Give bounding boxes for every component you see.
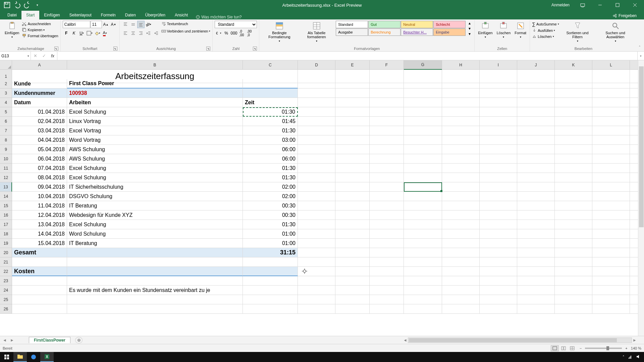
font-launcher[interactable]: ⬊: [113, 47, 117, 51]
cell-A5[interactable]: 01.04.2018: [12, 107, 67, 117]
cell-G7[interactable]: [404, 126, 442, 135]
style-eingabe[interactable]: Eingabe: [433, 28, 466, 36]
col-header-D[interactable]: D: [298, 60, 335, 70]
cell-A8[interactable]: 04.04.2018: [12, 135, 67, 145]
cell-I22[interactable]: [480, 267, 517, 276]
row-header-17[interactable]: 17: [0, 220, 12, 229]
underline-icon[interactable]: U▾: [78, 29, 86, 37]
cell-L9[interactable]: [592, 145, 630, 154]
cell-H6[interactable]: [442, 117, 480, 126]
cell-C17[interactable]: 01:30: [243, 220, 298, 229]
cell-E13[interactable]: [335, 182, 370, 192]
cell-F17[interactable]: [370, 220, 404, 229]
cell-B17[interactable]: Excel Schulung: [67, 220, 243, 229]
col-header-H[interactable]: H: [442, 60, 480, 70]
cell-F5[interactable]: [370, 107, 404, 117]
percent-icon[interactable]: %: [222, 29, 230, 37]
row-header-9[interactable]: 9: [0, 145, 12, 154]
col-header-C[interactable]: C: [243, 60, 298, 70]
row-header-5[interactable]: 5: [0, 107, 12, 117]
cell-B26[interactable]: [67, 304, 243, 314]
col-header-G[interactable]: G: [404, 60, 442, 70]
cell-J5[interactable]: [517, 107, 555, 117]
cancel-formula-icon[interactable]: ✕: [31, 53, 40, 58]
cell-I25[interactable]: [480, 295, 517, 304]
autosum-button[interactable]: ∑AutoSumme ▾: [532, 21, 559, 27]
cell-A26[interactable]: [12, 304, 67, 314]
clipboard-launcher[interactable]: ⬊: [54, 47, 58, 51]
cell-J7[interactable]: [517, 126, 555, 135]
cell-B7[interactable]: Excel Vortrag: [67, 126, 243, 135]
style-ausgabe[interactable]: Ausgabe: [336, 28, 368, 36]
cell-H17[interactable]: [442, 220, 480, 229]
cell-H16[interactable]: [442, 210, 480, 220]
cell-H15[interactable]: [442, 201, 480, 210]
cell-J4[interactable]: [517, 98, 555, 107]
redo-icon[interactable]: [23, 1, 31, 9]
align-left-icon[interactable]: [122, 29, 129, 37]
cell-L24[interactable]: [592, 286, 630, 295]
cell-D3[interactable]: [298, 88, 335, 98]
zoom-slider[interactable]: [585, 348, 622, 349]
zoom-level[interactable]: 140 %: [631, 346, 641, 350]
cell-G5[interactable]: [404, 107, 442, 117]
cell-F23[interactable]: [370, 276, 404, 286]
cell-C22[interactable]: [243, 267, 298, 276]
cell-D9[interactable]: [298, 145, 335, 154]
qat-customize-icon[interactable]: ▾: [34, 1, 41, 9]
cell-G18[interactable]: [404, 229, 442, 239]
cell-I6[interactable]: [480, 117, 517, 126]
tray-chevron-icon[interactable]: ˄: [623, 355, 625, 359]
cell-A18[interactable]: 14.04.2018: [12, 229, 67, 239]
cell-F20[interactable]: [370, 248, 404, 257]
row-header-15[interactable]: 15: [0, 201, 12, 210]
cell-H9[interactable]: [442, 145, 480, 154]
tab-view[interactable]: Ansicht: [170, 11, 193, 19]
sign-in-link[interactable]: Anmelden: [551, 3, 570, 7]
cell-C5[interactable]: 01:30: [243, 107, 298, 117]
cell-E26[interactable]: [335, 304, 370, 314]
cell-D21[interactable]: [298, 257, 335, 267]
cell-H19[interactable]: [442, 239, 480, 248]
cell-D24[interactable]: [298, 286, 335, 295]
increase-decimal-icon[interactable]: ,0,00: [238, 29, 245, 37]
cell-G6[interactable]: [404, 117, 442, 126]
cell-H13[interactable]: [442, 182, 480, 192]
cell-B12[interactable]: Excel Schulung: [67, 173, 243, 182]
cell-L4[interactable]: [592, 98, 630, 107]
cell-C23[interactable]: [243, 276, 298, 286]
cell-A2[interactable]: Kunde: [12, 79, 67, 88]
cell-J25[interactable]: [517, 295, 555, 304]
share-button[interactable]: Freigeben: [609, 12, 640, 19]
cell-C11[interactable]: 01:30: [243, 164, 298, 173]
cell-J24[interactable]: [517, 286, 555, 295]
cell-A24[interactable]: [12, 286, 67, 295]
style-gut[interactable]: Gut: [368, 21, 400, 28]
cell-G21[interactable]: [404, 257, 442, 267]
cell-J11[interactable]: [517, 164, 555, 173]
cell-E5[interactable]: [335, 107, 370, 117]
styles-down-icon[interactable]: ▾: [467, 26, 472, 31]
paste-button[interactable]: Einfügen ▾: [3, 21, 20, 39]
cell-B6[interactable]: Linux Vortrag: [67, 117, 243, 126]
cell-E22[interactable]: [335, 267, 370, 276]
cell-J12[interactable]: [517, 173, 555, 182]
cell-I7[interactable]: [480, 126, 517, 135]
cell-B8[interactable]: Word Vortrag: [67, 135, 243, 145]
cell-E10[interactable]: [335, 154, 370, 164]
cell-F18[interactable]: [370, 229, 404, 239]
row-header-24[interactable]: 24: [0, 286, 12, 295]
cell-K17[interactable]: [555, 220, 592, 229]
cell-J6[interactable]: [517, 117, 555, 126]
cell-H23[interactable]: [442, 276, 480, 286]
cell-H26[interactable]: [442, 304, 480, 314]
cell-D25[interactable]: [298, 295, 335, 304]
cell-L22[interactable]: [592, 267, 630, 276]
cell-F15[interactable]: [370, 201, 404, 210]
style-besuchter[interactable]: Besuchter H...: [401, 28, 433, 36]
cell-F2[interactable]: [370, 79, 404, 88]
cell-F22[interactable]: [370, 267, 404, 276]
cell-A9[interactable]: 05.04.2018: [12, 145, 67, 154]
cell-C24[interactable]: [243, 286, 298, 295]
cell-G14[interactable]: [404, 192, 442, 201]
